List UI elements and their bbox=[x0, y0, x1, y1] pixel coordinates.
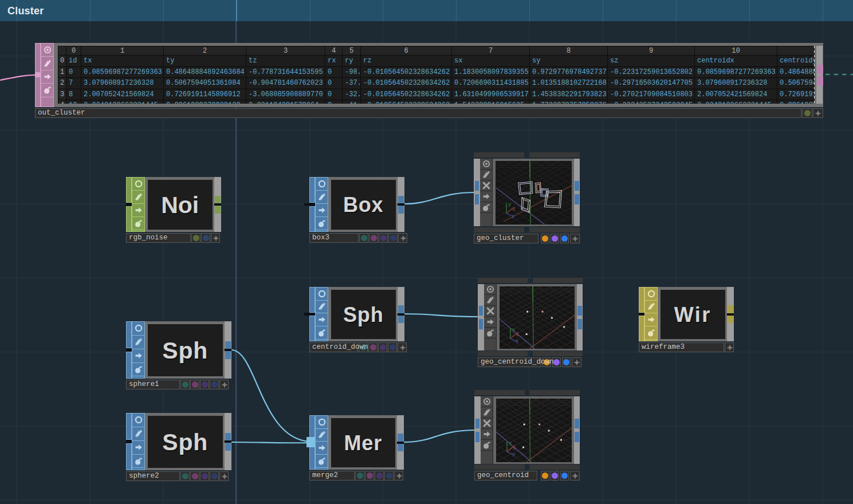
svg-text:y: y bbox=[512, 327, 516, 333]
svg-text:z: z bbox=[516, 339, 518, 345]
svg-text:x: x bbox=[512, 206, 515, 212]
svg-text:z: z bbox=[513, 452, 516, 458]
svg-text:y: y bbox=[509, 440, 512, 446]
svg-text:y: y bbox=[508, 201, 512, 207]
svg-text:x: x bbox=[513, 445, 516, 451]
svg-text:x: x bbox=[516, 332, 519, 337]
svg-text:z: z bbox=[512, 213, 515, 219]
